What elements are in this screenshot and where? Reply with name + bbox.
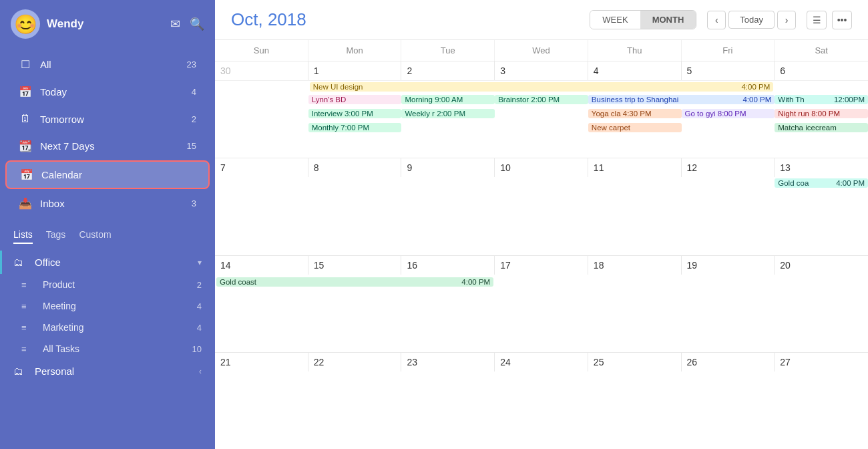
event-goldcoast-label: Gold coast bbox=[220, 278, 256, 286]
week1-r3-c6: Go to gyi 8:00 PM bbox=[682, 109, 775, 122]
week1-r3-c4 bbox=[495, 109, 588, 122]
sidebar-item-office[interactable]: 🗂 Office ▾ bbox=[0, 251, 215, 274]
event-businesstrip-label: Business trip to Shanghai bbox=[592, 96, 678, 104]
sidebar-item-meeting[interactable]: ≡ Meeting 4 bbox=[0, 295, 215, 317]
event-monthly[interactable]: Monthly 7:00 PM bbox=[308, 123, 402, 132]
day-num-20: 20 bbox=[777, 259, 865, 272]
event-goldcoast2[interactable]: Gold coa4:00 PM bbox=[775, 178, 868, 188]
calendar-grid: Sun Mon Tue Wed Thu Fri Sat 30 1 2 3 4 5… bbox=[215, 40, 868, 449]
w2-r1-c7: Gold coa4:00 PM bbox=[775, 178, 868, 188]
sidebar-item-calendar[interactable]: 📅 Calendar bbox=[5, 160, 210, 189]
sidebar-item-inbox[interactable]: 📥 Inbox 3 bbox=[5, 190, 210, 216]
day-23: 23 bbox=[401, 353, 495, 371]
day-headers: Sun Mon Tue Wed Thu Fri Sat bbox=[215, 40, 868, 61]
personal-chevron-icon: ‹ bbox=[199, 367, 202, 376]
day-header-sat: Sat bbox=[775, 40, 868, 61]
today-icon: 📅 bbox=[19, 86, 32, 98]
week1-r4-c1 bbox=[215, 123, 308, 136]
tomorrow-icon: 🗓 bbox=[19, 113, 32, 125]
nav-badge-inbox: 3 bbox=[192, 198, 196, 208]
avatar: 😊 bbox=[11, 9, 40, 39]
day-13: 13 bbox=[775, 158, 868, 177]
next7-icon: 📆 bbox=[19, 140, 32, 152]
event-gotogym[interactable]: Go to gyi 8:00 PM bbox=[682, 109, 775, 118]
week1-r2-c4: Brainstor 2:00 PM bbox=[495, 95, 588, 108]
event-newcarpet[interactable]: New carpet bbox=[588, 123, 682, 132]
event-brainstorm[interactable]: Brainstor 2:00 PM bbox=[495, 95, 588, 104]
extra-controls: ☰ ••• bbox=[807, 11, 852, 29]
tab-lists[interactable]: Lists bbox=[13, 229, 33, 244]
event-weeklyr[interactable]: Weekly r 2:00 PM bbox=[401, 109, 495, 118]
week1-r3-c7: Night run 8:00 PM bbox=[775, 109, 868, 122]
event-matchaicecream[interactable]: Matcha icecream bbox=[775, 123, 868, 132]
event-withth[interactable]: With Th12:00PM bbox=[775, 95, 868, 104]
calendar-header: Oct, 2018 WEEK MONTH ‹ Today › ☰ ••• bbox=[215, 0, 868, 40]
sidebar-item-marketing[interactable]: ≡ Marketing 4 bbox=[0, 317, 215, 338]
day-5: 5 bbox=[682, 61, 775, 80]
next-button[interactable]: › bbox=[777, 11, 796, 29]
calendar-icon: 📅 bbox=[20, 168, 33, 181]
w2-r1-c3 bbox=[401, 178, 495, 188]
day-header-sun: Sun bbox=[215, 40, 308, 61]
week-view-button[interactable]: WEEK bbox=[590, 11, 640, 29]
day-num-23: 23 bbox=[404, 355, 491, 369]
day-6: 6 bbox=[775, 61, 868, 80]
sidebar-item-all[interactable]: ☐ All 23 bbox=[5, 51, 210, 78]
more-options-button[interactable]: ••• bbox=[832, 11, 852, 29]
event-yogaclass[interactable]: Yoga cla 4:30 PM bbox=[588, 109, 682, 118]
sidebar: 😊 Wendy ✉ 🔍 ☐ All 23 📅 Today 4 🗓 Tomorro… bbox=[0, 0, 215, 449]
nav-badge-tomorrow: 2 bbox=[192, 114, 196, 124]
sidebar-item-next7days[interactable]: 📆 Next 7 Days 15 bbox=[5, 133, 210, 159]
day-num-19: 19 bbox=[684, 259, 772, 272]
today-button[interactable]: Today bbox=[728, 11, 775, 29]
event-businesstrip[interactable]: Business trip to Shanghai 4:00 PM bbox=[588, 95, 775, 104]
w2-r1-c2 bbox=[308, 178, 402, 188]
week1-r3-c1 bbox=[215, 109, 308, 122]
day-num-27: 27 bbox=[777, 355, 865, 369]
event-interview[interactable]: Interview 3:00 PM bbox=[308, 109, 402, 118]
day-num-26: 26 bbox=[684, 355, 772, 369]
event-nightrun[interactable]: Night run 8:00 PM bbox=[775, 109, 868, 118]
day-header-mon: Mon bbox=[308, 40, 402, 61]
office-chevron-icon: ▾ bbox=[198, 258, 202, 267]
week1-r3-c5: Yoga cla 4:30 PM bbox=[588, 109, 682, 122]
day-15: 15 bbox=[308, 256, 402, 275]
mail-icon[interactable]: ✉ bbox=[170, 17, 180, 31]
sidebar-item-today[interactable]: 📅 Today 4 bbox=[5, 79, 210, 105]
event-withth-label: With Th bbox=[778, 96, 804, 104]
search-icon[interactable]: 🔍 bbox=[190, 17, 204, 31]
day-21: 21 bbox=[215, 353, 308, 371]
sidebar-item-alltasks[interactable]: ≡ All Tasks 10 bbox=[0, 338, 215, 359]
event-lynnsbd[interactable]: Lynn's BD bbox=[308, 95, 402, 104]
month-view-button[interactable]: MONTH bbox=[640, 11, 696, 29]
tab-tags[interactable]: Tags bbox=[46, 229, 66, 244]
day-14: 14 bbox=[215, 256, 308, 275]
week1-r3-c3: Weekly r 2:00 PM bbox=[401, 109, 495, 122]
day-3: 3 bbox=[495, 61, 588, 80]
nav-label-inbox: Inbox bbox=[40, 198, 192, 209]
day-num-24: 24 bbox=[497, 355, 585, 369]
day-header-fri: Fri bbox=[682, 40, 775, 61]
view-options-button[interactable]: ☰ bbox=[807, 11, 827, 29]
prev-button[interactable]: ‹ bbox=[707, 11, 726, 29]
user-name: Wendy bbox=[47, 17, 164, 31]
nav-badge-all: 23 bbox=[187, 59, 196, 69]
event-newuidesign[interactable]: New UI design 4:00 PM bbox=[310, 82, 774, 92]
sidebar-item-personal[interactable]: 🗂 Personal ‹ bbox=[0, 359, 215, 383]
sidebar-item-tomorrow[interactable]: 🗓 Tomorrow 2 bbox=[5, 106, 210, 132]
day-num-4: 4 bbox=[591, 64, 678, 78]
week1-r2-biz: Business trip to Shanghai 4:00 PM bbox=[588, 95, 775, 108]
day-10: 10 bbox=[495, 158, 588, 177]
sidebar-item-product[interactable]: ≡ Product 2 bbox=[0, 274, 215, 295]
avatar-emoji: 😊 bbox=[14, 13, 37, 35]
event-goldcoast-main[interactable]: Gold coast 4:00 PM bbox=[216, 277, 493, 287]
subsection-label-marketing: Marketing bbox=[43, 322, 197, 333]
sidebar-header: 😊 Wendy ✉ 🔍 bbox=[0, 0, 215, 48]
office-icon: 🗂 bbox=[13, 257, 27, 268]
day-num-15: 15 bbox=[311, 259, 399, 272]
event-morning[interactable]: Morning 9:00 AM bbox=[401, 95, 495, 104]
event-businesstrip-time: 4:00 PM bbox=[742, 96, 771, 104]
nav-label-all: All bbox=[40, 59, 187, 70]
tab-custom[interactable]: Custom bbox=[79, 229, 111, 244]
day-25: 25 bbox=[588, 353, 682, 371]
